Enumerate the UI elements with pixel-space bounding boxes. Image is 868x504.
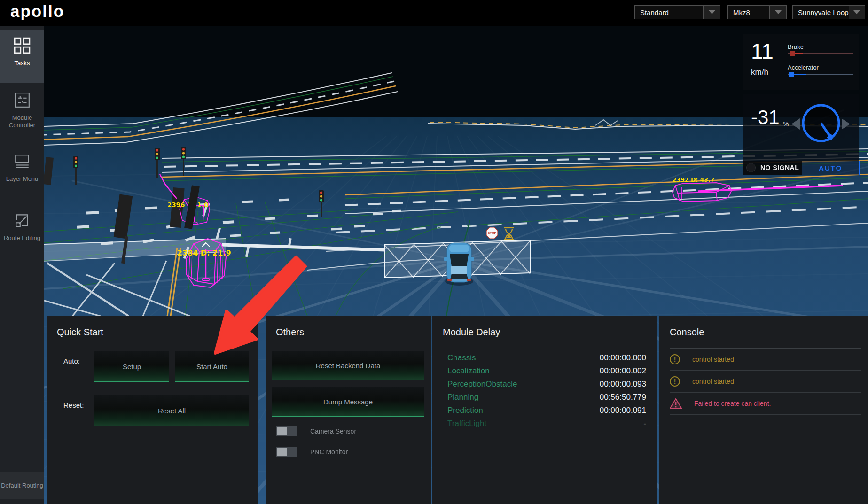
sidebar-item-module-controller[interactable]: Module Controller [0, 92, 44, 129]
stop-sign-icon: STOP [486, 227, 498, 239]
toggle-knob [277, 448, 287, 456]
quick-start-panel: Quick Start Auto: Setup Start Auto Reset… [47, 316, 258, 504]
module-delay-list: Chassis 00:00:00.000 Localization 00:00:… [447, 351, 646, 430]
module-name: Chassis [447, 353, 476, 363]
console-message: control started [692, 356, 734, 363]
panel-title: Quick Start [57, 327, 103, 338]
vehicle-select[interactable]: Mkz8 [727, 5, 787, 19]
module-name: Prediction [447, 406, 483, 415]
title-underline [443, 347, 505, 347]
brake-slider [788, 53, 853, 54]
map-select-arrow[interactable] [849, 6, 865, 19]
dump-message-button[interactable]: Dump Message [272, 387, 424, 417]
steer-right-arrow-icon [842, 119, 850, 129]
panel-title: Module Delay [443, 327, 500, 338]
console-message: Failed to create can client. [694, 400, 771, 407]
vehicle-select-value: Mkz8 [728, 8, 769, 16]
error-triangle-icon [670, 398, 682, 409]
camera-sensor-toggle[interactable]: Camera Sensor [276, 426, 356, 436]
delay-row: Planning 00:56:50.779 [447, 391, 646, 404]
steer-left-arrow-icon [791, 118, 800, 130]
obstacle-label-2384: 2384 D: 21.9 [177, 248, 231, 257]
brake-handle [790, 51, 795, 56]
sidebar-item-route-editing[interactable]: Route Editing [0, 212, 44, 242]
warning-circle-icon: ! [670, 354, 680, 364]
console-entry: ! control started [670, 348, 861, 371]
obstacle-label-2392: 2392 D: 43.7 [673, 176, 715, 183]
accelerator-slider [788, 74, 853, 75]
map-select[interactable]: Sunnyvale Loop [792, 5, 865, 19]
accelerator-label: Accelerator [788, 64, 853, 71]
reset-all-button[interactable]: Reset All [94, 395, 249, 426]
sidebar-item-label: Module Controller [0, 114, 44, 129]
module-delay-value: 00:56:50.779 [600, 393, 646, 402]
sidebar-item-layer-menu[interactable]: Layer Menu [0, 153, 44, 183]
toggle-knob [277, 427, 287, 435]
module-delay-value: 00:00:00.000 [600, 353, 646, 363]
module-delay-value: 00:00:00.091 [600, 406, 646, 415]
steering-panel: -31 % [743, 94, 859, 161]
signal-bar: NO SIGNAL AUTO [743, 161, 860, 175]
module-name: TrafficLight [447, 419, 486, 428]
console-entry: ! control started [670, 371, 861, 393]
delay-row: PerceptionObstacle 00:00:00.093 [447, 378, 646, 391]
panel-title: Console [670, 327, 704, 338]
module-name: Localization [447, 366, 490, 376]
toggle-switch-icon[interactable] [276, 426, 297, 436]
apollo-logo: apollo [10, 2, 64, 21]
vehicle-select-arrow[interactable] [769, 6, 786, 19]
toggle-label: PNC Monitor [310, 448, 348, 456]
module-controller-icon [14, 92, 31, 109]
console-entry: Failed to create can client. [670, 393, 861, 415]
toggle-switch-icon[interactable] [276, 447, 297, 457]
drive-mode-button[interactable]: AUTO [802, 161, 860, 175]
delay-row: Localization 00:00:00.002 [447, 364, 646, 378]
tasks-grid-icon [14, 37, 31, 54]
route-editing-icon [14, 212, 31, 229]
speed-unit: km/h [751, 68, 768, 77]
module-name: PerceptionObstacle [447, 380, 517, 389]
title-underline [57, 347, 102, 347]
delay-row: Prediction 00:00:00.091 [447, 404, 646, 417]
console-message: control started [692, 378, 734, 385]
map-select-value: Sunnyvale Loop [793, 8, 849, 16]
speed-panel: 11 km/h Brake Accelerator [743, 34, 859, 90]
sidebar-item-label: Layer Menu [0, 175, 44, 183]
panel-title: Others [276, 327, 304, 338]
ego-vehicle [444, 243, 474, 286]
module-delay-value: - [643, 419, 646, 428]
start-auto-button[interactable]: Start Auto [175, 351, 249, 382]
chevron-down-icon [709, 10, 715, 14]
module-delay-value: 00:00:00.093 [600, 380, 646, 389]
console-panel: Console ! control started ! control star… [659, 316, 868, 504]
dreamview-app: 2396 D: 1.0 2392 D: 43.7 [0, 0, 868, 504]
delay-row: TrafficLight - [447, 417, 646, 430]
traffic-signal-indicator: NO SIGNAL [743, 161, 802, 175]
layer-menu-icon [14, 153, 31, 170]
default-routing-button[interactable]: Default Routing [0, 472, 44, 499]
brake-gauge: Brake [788, 43, 853, 54]
setup-button[interactable]: Setup [94, 351, 169, 382]
accelerator-handle [789, 72, 794, 77]
others-panel: Others Reset Backend Data Dump Message C… [266, 316, 431, 504]
reset-row-label: Reset: [63, 401, 84, 409]
mode-select[interactable]: Standard [634, 5, 720, 19]
title-underline [276, 347, 309, 347]
svg-text:STOP: STOP [488, 231, 497, 234]
brake-label: Brake [788, 43, 853, 50]
sidebar-item-label: Route Editing [0, 234, 44, 242]
reset-backend-data-button[interactable]: Reset Backend Data [272, 351, 424, 380]
warning-circle-icon: ! [670, 376, 680, 387]
top-bar: apollo Standard Mkz8 Sunnyvale Loop [0, 0, 868, 26]
module-delay-panel: Module Delay Chassis 00:00:00.000 Locali… [432, 316, 657, 504]
speed-value: 11 [751, 39, 774, 64]
chevron-down-icon [775, 10, 782, 14]
signal-light-icon [746, 163, 756, 172]
title-underline [670, 347, 709, 347]
sidebar-item-tasks[interactable]: Tasks [0, 30, 44, 83]
mode-select-arrow[interactable] [703, 6, 720, 19]
pnc-monitor-toggle[interactable]: PNC Monitor [276, 447, 348, 457]
toggle-label: Camera Sensor [310, 427, 356, 435]
sidebar-item-label: Tasks [0, 60, 44, 67]
steering-wheel-icon [743, 94, 859, 161]
